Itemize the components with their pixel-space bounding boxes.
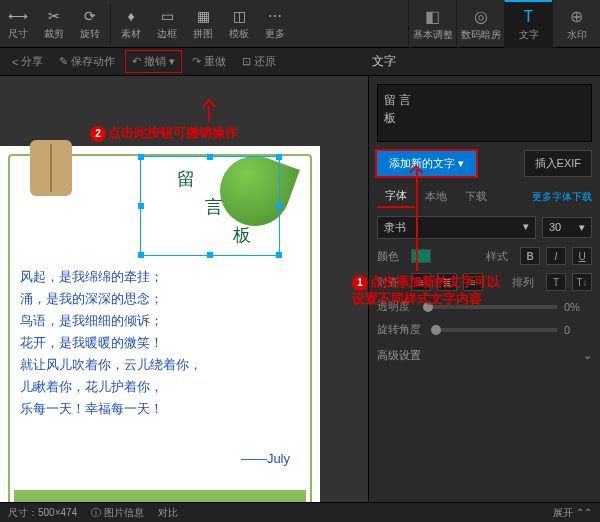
resize-handle[interactable] (138, 154, 144, 160)
resize-handle[interactable] (276, 203, 282, 209)
color-swatch[interactable] (411, 249, 431, 263)
clip-decoration (30, 140, 72, 196)
dropdown-icon: ▾ (579, 221, 585, 234)
dropdown-icon: ▾ (523, 220, 529, 233)
text-content: 留 言 板 (141, 157, 279, 257)
rotate-value: 0 (564, 324, 592, 336)
restore-button[interactable]: ⊡还原 (236, 51, 282, 72)
advanced-settings[interactable]: 高级设置⌄ (377, 345, 592, 366)
font-tab-download[interactable]: 下载 (457, 186, 495, 207)
resize-handle[interactable] (276, 154, 282, 160)
resize-handle[interactable] (138, 252, 144, 258)
tool-puzzle[interactable]: ▦拼图 (185, 0, 221, 47)
font-tab-local[interactable]: 本地 (417, 186, 455, 207)
restore-icon: ⊡ (242, 55, 251, 68)
chevron-icon: ⌄ (583, 349, 592, 362)
signature: ——July (241, 451, 290, 466)
tool-size[interactable]: ⟷尺寸 (0, 0, 36, 47)
arrange-label: 排列 (512, 275, 540, 290)
expand-button[interactable]: 展开 ⌃⌃ (553, 506, 592, 520)
undo-button[interactable]: ↶撤销▾ (125, 50, 182, 73)
rotate-slider[interactable] (431, 328, 558, 332)
share-icon: < (12, 56, 18, 68)
grass-decoration (14, 490, 306, 502)
undo-icon: ↶ (132, 55, 141, 68)
text-selection-box[interactable]: 留 言 板 (140, 156, 280, 256)
main-toolbar: ⟷尺寸 ✂裁剪 ⟳旋转 ♦素材 ▭边框 ▦拼图 ◫模板 ⋯更多 ◧基本调整 ◎数… (0, 0, 600, 48)
tab-watermark[interactable]: ⊕水印 (552, 0, 600, 48)
rotate-label: 旋转角度 (377, 322, 425, 337)
annotation-1: 1点击添加新的文字可以 设置不同样式文字内容 (352, 274, 500, 307)
tab-digital[interactable]: ◎数码暗房 (456, 0, 504, 48)
resize-handle[interactable] (276, 252, 282, 258)
redo-icon: ↷ (192, 55, 201, 68)
tool-template[interactable]: ◫模板 (221, 0, 257, 47)
tool-rotate[interactable]: ⟳旋转 (72, 0, 108, 47)
dimensions-label: 尺寸：500×474 (8, 506, 77, 520)
dropdown-icon: ▾ (169, 55, 175, 68)
font-tabs: 字体 本地 下载 更多字体下载 (377, 185, 592, 208)
secondary-toolbar: <分享 ✎保存动作 ↶撤销▾ ↷重做 ⊡还原 文字 (0, 48, 600, 76)
main-area: 风起，是我绵绵的牵挂；涌，是我的深深的思念；鸟语，是我细细的倾诉；花开，是我暖暖… (0, 76, 600, 502)
style-label: 样式 (486, 249, 514, 264)
redo-button[interactable]: ↷重做 (186, 51, 232, 72)
annotation-2: 2点击此按钮可撤销操作 (90, 124, 238, 142)
tool-more[interactable]: ⋯更多 (257, 0, 293, 47)
tool-crop[interactable]: ✂裁剪 (36, 0, 72, 47)
info-icon: ⓘ (91, 507, 101, 518)
text-preview[interactable]: 留 言板 (377, 84, 592, 142)
add-new-text-button[interactable]: 添加新的文字▾ (377, 151, 476, 176)
opacity-value: 0% (564, 301, 592, 313)
tool-material[interactable]: ♦素材 (113, 0, 149, 47)
tool-border[interactable]: ▭边框 (149, 0, 185, 47)
compare-button[interactable]: 对比 (158, 506, 178, 520)
tab-basic[interactable]: ◧基本调整 (408, 0, 456, 48)
bold-button[interactable]: B (520, 247, 540, 265)
insert-exif-button[interactable]: 插入EXIF (524, 150, 592, 177)
font-family-select[interactable]: 隶书 ▾ (377, 216, 536, 239)
more-fonts-link[interactable]: 更多字体下载 (532, 190, 592, 204)
canvas[interactable]: 风起，是我绵绵的牵挂；涌，是我的深深的思念；鸟语，是我细细的倾诉；花开，是我暖暖… (0, 76, 368, 502)
image-info-button[interactable]: ⓘ 图片信息 (91, 506, 144, 520)
resize-handle[interactable] (207, 154, 213, 160)
font-tab-font[interactable]: 字体 (377, 185, 415, 208)
save-icon: ✎ (59, 55, 68, 68)
italic-button[interactable]: I (546, 247, 566, 265)
color-label: 颜色 (377, 249, 405, 264)
right-tabs: ◧基本调整 ◎数码暗房 T文字 ⊕水印 (408, 0, 600, 48)
body-text: 风起，是我绵绵的牵挂；涌，是我的深深的思念；鸟语，是我细细的倾诉；花开，是我暖暖… (20, 266, 202, 420)
save-action-button[interactable]: ✎保存动作 (53, 51, 121, 72)
resize-handle[interactable] (138, 203, 144, 209)
dropdown-icon: ▾ (458, 157, 464, 170)
panel-title: 文字 (362, 51, 594, 72)
underline-button[interactable]: U (572, 247, 592, 265)
share-button[interactable]: <分享 (6, 51, 49, 72)
statusbar: 尺寸：500×474 ⓘ 图片信息 对比 展开 ⌃⌃ (0, 502, 600, 522)
resize-handle[interactable] (207, 252, 213, 258)
arrange-horizontal-button[interactable]: T (546, 273, 566, 291)
tab-text[interactable]: T文字 (504, 0, 552, 48)
arrange-vertical-button[interactable]: T↓ (572, 273, 592, 291)
font-size-select[interactable]: 30 ▾ (542, 217, 592, 238)
